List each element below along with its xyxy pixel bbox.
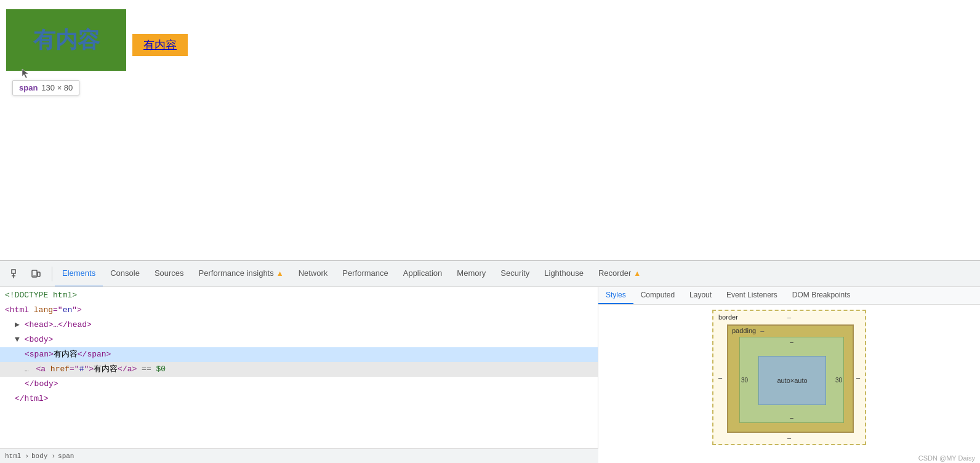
pad-left-val: 30 [741,377,748,384]
svg-rect-4 [38,272,40,276]
pad-bottom-val: – [790,414,793,421]
tab-security[interactable]: Security [493,261,537,287]
margin-bottom-val: – [787,434,791,441]
statusbar-item[interactable]: html [5,453,21,460]
orange-link-box: 有内容 [132,34,188,56]
dom-line-head: ▶ <head>…</head> [0,318,598,332]
box-padding: – – 30 30 auto×auto [739,337,844,423]
right-tab-layout[interactable]: Layout [682,287,719,304]
margin-right-val: – [856,374,860,381]
right-tab-dom-breakpoints[interactable]: DOM Breakpoints [785,287,858,304]
right-tab-event-listeners[interactable]: Event Listeners [719,287,785,304]
margin-left-val: – [718,374,722,381]
pad-right-val: 30 [835,377,842,384]
tab-memory[interactable]: Memory [449,261,493,287]
inspect-icon[interactable] [7,265,25,283]
right-panel-tabs: Styles Computed Layout Event Listeners D… [598,287,980,305]
dom-line-span[interactable]: <span>有内容</span> [0,347,598,362]
dom-line-body-close: </body> [0,377,598,392]
performance-insights-warning-icon: ▲ [276,269,284,278]
dom-line-html: <html lang="en"> [0,303,598,318]
dom-line-html-close: </html> [0,392,598,406]
tab-performance[interactable]: Performance [335,261,395,287]
right-tab-styles[interactable]: Styles [598,287,633,304]
orange-link-anchor[interactable]: 有内容 [143,39,177,51]
right-panel: Styles Computed Layout Event Listeners D… [598,287,980,463]
devtools-tabs-bar: Elements Console Sources Performance ins… [0,261,980,287]
green-box: 有内容 [6,9,126,71]
devtools-icon-group [2,265,49,283]
device-icon[interactable] [27,265,44,283]
tab-sources[interactable]: Sources [147,261,191,287]
devtools-statusbar: html › body › span [0,448,598,463]
green-box-text: 有内容 [33,25,100,55]
box-content: auto×auto [758,356,826,405]
tab-console[interactable]: Console [103,261,147,287]
tooltip-tag: span [19,83,38,92]
box-model-diagram: border – – – – padding – [712,310,866,445]
csdn-watermark: CSDN @MY Daisy [918,454,975,462]
right-tab-computed[interactable]: Computed [633,287,682,304]
margin-top-val: – [787,313,791,321]
statusbar-span[interactable]: span [58,453,74,460]
border-dash-val: – [760,327,764,334]
devtools-content: <!DOCTYPE html> <html lang="en"> ▶ <head… [0,287,980,463]
content-size-label: auto×auto [777,377,807,384]
dom-panel[interactable]: <!DOCTYPE html> <html lang="en"> ▶ <head… [0,287,598,463]
svg-rect-0 [12,270,15,273]
browser-viewport: 有内容 有内容 span 130 × 80 [0,0,980,260]
dom-line-body: ▼ <body> [0,332,598,347]
cursor-icon [20,68,31,79]
tab-network[interactable]: Network [291,261,335,287]
devtools-panel: Elements Console Sources Performance ins… [0,260,980,463]
tab-application[interactable]: Application [396,261,450,287]
border-label: border [718,313,738,321]
statusbar-body[interactable]: body [31,453,47,460]
padding-label: padding – [732,327,764,334]
tab-recorder[interactable]: Recorder ▲ [591,261,648,287]
tooltip-size: 130 × 80 [41,83,73,92]
tab-lighthouse[interactable]: Lighthouse [537,261,591,287]
element-tooltip: span 130 × 80 [12,80,79,95]
dom-line-a[interactable]: … <a href="#">有内容</a> == $0 [0,362,598,377]
dom-line-doctype: <!DOCTYPE html> [0,288,598,303]
box-border: padding – – – 30 30 a [727,324,854,433]
box-margin: border – – – – padding – [712,310,866,445]
tab-performance-insights[interactable]: Performance insights ▲ [191,261,291,287]
recorder-warning-icon: ▲ [633,269,641,278]
tab-elements[interactable]: Elements [55,261,103,287]
box-model-area: border – – – – padding – [598,305,980,457]
tab-divider [52,267,52,281]
pad-top-val: – [790,339,793,345]
